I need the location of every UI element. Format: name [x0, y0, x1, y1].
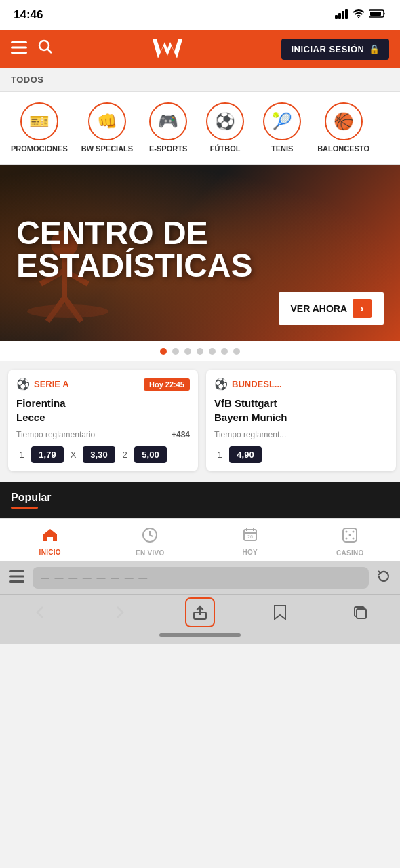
svg-rect-32: [9, 575, 24, 577]
league-ball-icon-2: ⚽: [214, 378, 228, 391]
nav-item-en-vivo[interactable]: EN VIVO: [126, 527, 174, 557]
browser-menu-icon[interactable]: [9, 570, 24, 586]
dot-6[interactable]: [221, 348, 228, 355]
svg-point-27: [353, 530, 355, 532]
svg-rect-8: [11, 47, 27, 49]
svg-rect-31: [9, 570, 24, 572]
svg-rect-3: [345, 9, 348, 19]
sport-item-esports[interactable]: 🎮 E-SPORTS: [141, 100, 195, 156]
odds-value-1-2[interactable]: 5,00: [134, 446, 167, 463]
banner-cta-button[interactable]: VER AHORA ›: [279, 292, 384, 325]
dot-2[interactable]: [172, 348, 179, 355]
browser-bar: — — — — — — — —: [0, 561, 400, 594]
odds-label-1-x: X: [68, 450, 79, 460]
sport-label-futbol: FÚTBOL: [210, 144, 241, 153]
match-teams-1: FiorentinaLecce: [16, 396, 190, 425]
login-button[interactable]: INICIAR SESIÓN 🔒: [281, 39, 389, 60]
lock-icon: 🔒: [369, 44, 380, 54]
browser-url-text: — — — — — — — —: [41, 573, 148, 583]
bottom-nav: INICIO EN VIVO 26 HOY: [0, 518, 400, 561]
odds-value-1-x[interactable]: 3,30: [83, 446, 115, 463]
match-card-serie-a[interactable]: ⚽ SERIE A Hoy 22:45 FiorentinaLecce Tiem…: [8, 370, 198, 471]
browser-url-bar[interactable]: — — — — — — — —: [33, 567, 369, 589]
banner-cta-arrow-icon: ›: [353, 299, 372, 318]
odds-label-1-1: 1: [16, 450, 27, 460]
filter-bar: TODOS: [0, 68, 400, 92]
svg-point-4: [358, 17, 359, 18]
home-bar: [159, 633, 241, 637]
match-meta-label-1: Tiempo reglamentario: [16, 430, 95, 439]
status-bar: 14:46: [0, 0, 400, 30]
svg-point-29: [353, 537, 355, 539]
match-teams-2: VfB StuttgartBayern Munich: [214, 396, 388, 425]
popular-title: Popular: [11, 492, 389, 504]
browser-forward-button[interactable]: [105, 597, 135, 627]
browser-reload-icon[interactable]: [377, 570, 391, 587]
sport-item-bw-specials[interactable]: 👊 BW SPECIALS: [76, 100, 138, 156]
dot-7[interactable]: [233, 348, 240, 355]
login-label: INICIAR SESIÓN: [291, 44, 364, 54]
dot-4[interactable]: [197, 348, 203, 355]
league-name-1: SERIE A: [34, 379, 69, 389]
browser-bookmarks-button[interactable]: [265, 597, 295, 627]
nav-item-inicio[interactable]: INICIO: [26, 528, 74, 556]
match-odds-1: 1 1,79 X 3,30 2 5,00: [16, 446, 190, 463]
nav-item-hoy[interactable]: 26 HOY: [226, 528, 274, 556]
banner-title-line2: ESTADÍSTICAS: [16, 250, 252, 282]
en-vivo-icon: [142, 527, 158, 547]
match-meta-2: Tiempo reglament...: [214, 430, 388, 439]
svg-rect-6: [370, 12, 381, 16]
svg-text:26: 26: [247, 534, 253, 539]
match-odds-2: 1 4,90: [214, 446, 388, 463]
nav-item-casino[interactable]: CASINO: [326, 527, 374, 557]
promo-banner[interactable]: CENTRO DE ESTADÍSTICAS VER AHORA ›: [0, 165, 400, 341]
browser-share-button[interactable]: [185, 597, 215, 627]
hamburger-icon[interactable]: [11, 40, 27, 58]
nav-label-casino: CASINO: [336, 549, 364, 557]
browser-back-button[interactable]: [25, 597, 55, 627]
status-time: 14:46: [14, 8, 43, 22]
svg-point-30: [349, 534, 351, 536]
match-card-bundesliga[interactable]: ⚽ BUNDESL... VfB StuttgartBayern Munich …: [206, 370, 396, 471]
baloncesto-icon: 🏀: [325, 102, 363, 140]
sport-item-baloncesto[interactable]: 🏀 BALONCESTO: [312, 100, 375, 156]
sport-item-tenis[interactable]: 🎾 TENIS: [255, 100, 309, 156]
svg-rect-37: [357, 609, 366, 618]
matches-section: ⚽ SERIE A Hoy 22:45 FiorentinaLecce Tiem…: [0, 361, 400, 479]
hoy-icon: 26: [243, 528, 258, 547]
header: INICIAR SESIÓN 🔒: [0, 30, 400, 68]
search-icon[interactable]: [38, 39, 53, 58]
browser-tabs-button[interactable]: [345, 597, 375, 627]
header-left: [11, 39, 53, 58]
futbol-icon: ⚽: [206, 102, 244, 140]
dot-1[interactable]: [160, 348, 167, 355]
svg-rect-9: [11, 52, 27, 54]
match-time-badge-1: Hoy 22:45: [144, 378, 190, 391]
banner-title-line1: CENTRO DE: [16, 217, 252, 250]
sport-label-promociones: PROMOCIONES: [11, 144, 68, 153]
match-card-header-2: ⚽ BUNDESL...: [214, 378, 388, 391]
svg-rect-0: [335, 15, 338, 19]
sport-item-promociones[interactable]: 🎫 PROMOCIONES: [5, 100, 73, 156]
esports-icon: 🎮: [149, 102, 187, 140]
promociones-icon: 🎫: [20, 102, 58, 140]
odds-value-2-1[interactable]: 4,90: [229, 446, 262, 463]
league-ball-icon-1: ⚽: [16, 378, 30, 391]
sport-label-esports: E-SPORTS: [149, 144, 187, 153]
filter-label: TODOS: [11, 75, 44, 85]
dot-3[interactable]: [184, 348, 191, 355]
sports-categories: 🎫 PROMOCIONES 👊 BW SPECIALS 🎮 E-SPORTS ⚽…: [0, 92, 400, 165]
nav-label-en-vivo: EN VIVO: [136, 549, 165, 557]
popular-section: Popular: [0, 482, 400, 518]
tenis-icon: 🎾: [263, 102, 301, 140]
sport-label-baloncesto: BALONCESTO: [317, 144, 369, 153]
dot-5[interactable]: [209, 348, 216, 355]
banner-dots: [0, 341, 400, 361]
league-info-2: ⚽ BUNDESL...: [214, 378, 282, 391]
sport-item-futbol[interactable]: ⚽ FÚTBOL: [198, 100, 252, 156]
league-name-2: BUNDESL...: [232, 379, 282, 389]
svg-point-28: [346, 537, 348, 539]
svg-point-10: [39, 41, 49, 50]
league-info-1: ⚽ SERIE A: [16, 378, 69, 391]
odds-value-1-1[interactable]: 1,79: [31, 446, 64, 463]
